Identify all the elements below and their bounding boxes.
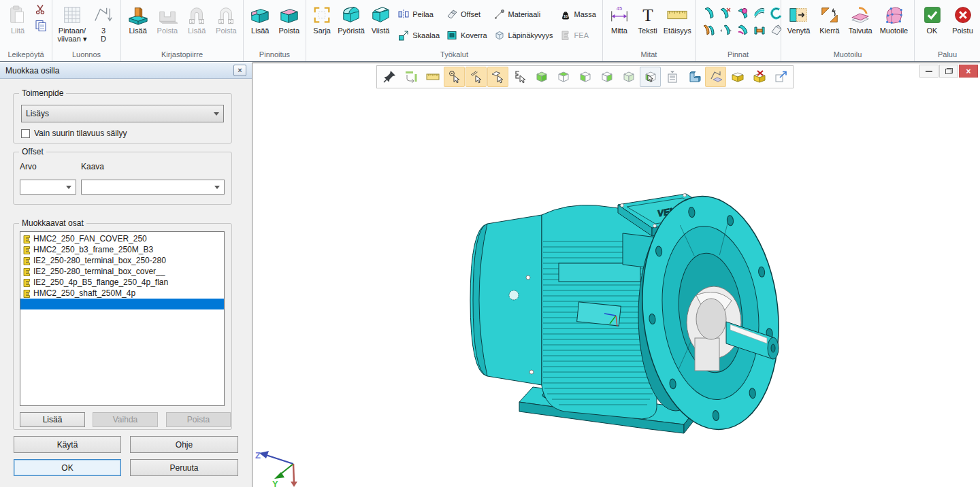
feature-list-button[interactable] [662, 67, 683, 87]
coating-remove-icon [278, 3, 300, 27]
delete-part-button[interactable] [749, 67, 770, 87]
shape-button[interactable]: Muotoile [876, 1, 912, 50]
scale-icon [398, 30, 409, 41]
dimension-button[interactable]: 45 Mitta [605, 1, 634, 50]
remove-part-button[interactable]: Poista [166, 412, 231, 427]
pick-edge-button[interactable] [466, 67, 487, 87]
surface-pair-button[interactable] [700, 22, 717, 39]
polyline-3d-icon [93, 3, 114, 27]
copy-button[interactable] [35, 20, 47, 34]
restore-button[interactable] [939, 65, 958, 78]
minimize-button[interactable] [919, 65, 938, 78]
value-combo[interactable] [20, 180, 76, 195]
link-part-button[interactable] [770, 67, 791, 87]
sketch-3d-button[interactable]: 3 D [90, 1, 117, 50]
library-remove-button[interactable]: Poista [152, 1, 182, 50]
surface-patch-button[interactable] [751, 22, 768, 39]
list-item[interactable]: HMC2_250_b3_frame_250M_B3 [20, 244, 224, 255]
dialog-close-button[interactable]: × [233, 65, 246, 76]
ruler-icon [666, 3, 688, 27]
distance-button[interactable]: Etäisyys [662, 1, 693, 50]
group-label-tools: Työkalut [306, 50, 602, 61]
modifying-parts-label: Muokkaavat osat [19, 218, 86, 228]
coating-add-button[interactable]: Lisää [246, 1, 275, 50]
series-button[interactable]: Sarja [308, 1, 336, 50]
parts-listbox[interactable]: HMC2_250_FAN_COVER_250 HMC2_250_b3_frame… [20, 231, 225, 406]
display-top-face-button[interactable] [553, 67, 574, 87]
display-solid-button[interactable] [531, 67, 552, 87]
pick-body-button[interactable] [640, 67, 661, 87]
fillet-button[interactable]: Pyöristä [336, 1, 367, 50]
hollow-button[interactable]: Koverra [446, 24, 487, 46]
surface-move-button[interactable] [717, 22, 734, 39]
library-remove2-button[interactable]: 12 Poista [212, 1, 241, 50]
display-ghost-button[interactable] [618, 67, 639, 87]
close-window-button[interactable]: × [959, 65, 978, 78]
model-viewport[interactable]: × [252, 63, 980, 487]
help-button[interactable]: Ohje [130, 436, 238, 453]
sketch-on-face-button[interactable]: Pintaan/ viivaan ▾ [54, 1, 90, 50]
store-part-button[interactable] [727, 67, 748, 87]
store-part-icon [730, 69, 745, 84]
pick-feature-button[interactable] [509, 67, 530, 87]
surface-delete-button[interactable] [717, 5, 734, 22]
ok-ribbon-button[interactable]: OK [917, 1, 947, 50]
transparency-button[interactable]: Läpinäkyvyys [494, 24, 553, 46]
surface-sweep-button[interactable] [751, 5, 768, 22]
part-name: HMC2_250_FAN_COVER_250 [33, 234, 147, 244]
surface-fillet-button[interactable] [734, 5, 751, 22]
coating-remove-label: Poista [278, 27, 299, 35]
surface-create-button[interactable] [700, 5, 717, 22]
profile-button[interactable] [683, 67, 704, 87]
list-item[interactable]: IE2_250-280_terminal_box_250-280 [20, 255, 224, 266]
list-item[interactable]: HMC2_250_FAN_COVER_250 [20, 233, 224, 244]
fea-button[interactable]: FEA [560, 24, 596, 46]
mass-button[interactable]: 10 Massa [560, 3, 596, 24]
dialog-titlebar[interactable]: Muokkaa osilla × [0, 63, 252, 79]
offset-icon [446, 9, 457, 20]
selected-empty-row[interactable] [20, 299, 224, 309]
surface-trim-button[interactable] [734, 22, 751, 39]
mirror-button[interactable]: Peilaa [398, 3, 440, 24]
ruler-toggle-button[interactable] [422, 67, 443, 87]
operation-select[interactable]: Lisäys [21, 105, 224, 122]
cut-button[interactable] [35, 4, 47, 17]
library-add2-button[interactable]: 12 Lisää [182, 1, 212, 50]
cancel-button[interactable]: Peruuta [130, 459, 238, 476]
only-largest-volume-checkbox[interactable] [21, 129, 30, 138]
ok-button[interactable]: OK [14, 459, 121, 476]
display-side-face-icon [578, 69, 593, 84]
exit-button[interactable]: Poistu [947, 1, 978, 50]
add-part-button[interactable]: Lisää [20, 412, 85, 427]
text-button[interactable]: T Teksti [634, 1, 662, 50]
coating-remove-button[interactable]: Poista [275, 1, 304, 50]
offset-button[interactable]: Offset [446, 3, 487, 24]
pick-point-button[interactable] [444, 67, 465, 87]
list-item[interactable]: IE2_250-280_terminal_box_cover__ [20, 266, 224, 277]
sketch-3d-mode-button[interactable] [705, 67, 726, 87]
measure-mode-button[interactable] [400, 67, 421, 87]
change-part-button[interactable]: Vaihda [93, 412, 158, 427]
dimension-label: Mitta [611, 27, 627, 35]
motor-3d-model[interactable]: VEM [457, 183, 783, 448]
material-button[interactable]: Materiaali [494, 3, 553, 24]
list-item[interactable]: IE2_250_4p_B5_flange_250_4p_flan [20, 277, 224, 288]
pin-button[interactable] [378, 67, 399, 87]
only-largest-volume-checkbox-row[interactable]: Vain suurin tilavuus säilyy [21, 129, 127, 138]
paste-button[interactable]: Liitä [2, 1, 33, 50]
library-add-button[interactable]: Lisää [123, 1, 152, 50]
ribbon-group-deform: Venytä Kierrä Taivuta [781, 0, 915, 61]
svg-text:10: 10 [564, 14, 568, 18]
stretch-button[interactable]: Venytä [783, 1, 814, 50]
apply-button[interactable]: Käytä [14, 436, 121, 453]
pick-face-button[interactable] [487, 67, 508, 87]
formula-label: Kaava [81, 162, 104, 171]
formula-combo[interactable] [81, 180, 225, 195]
list-item[interactable]: HMC2_250_shaft_250M_4p [20, 288, 224, 299]
twist-button[interactable]: Kierrä [814, 1, 845, 50]
display-side-face-button[interactable] [574, 67, 595, 87]
display-back-face-button[interactable] [596, 67, 617, 87]
chamfer-button[interactable]: Viistä [367, 1, 394, 50]
scale-button[interactable]: Skaalaa [398, 24, 440, 46]
bend-button[interactable]: Taivuta [845, 1, 876, 50]
